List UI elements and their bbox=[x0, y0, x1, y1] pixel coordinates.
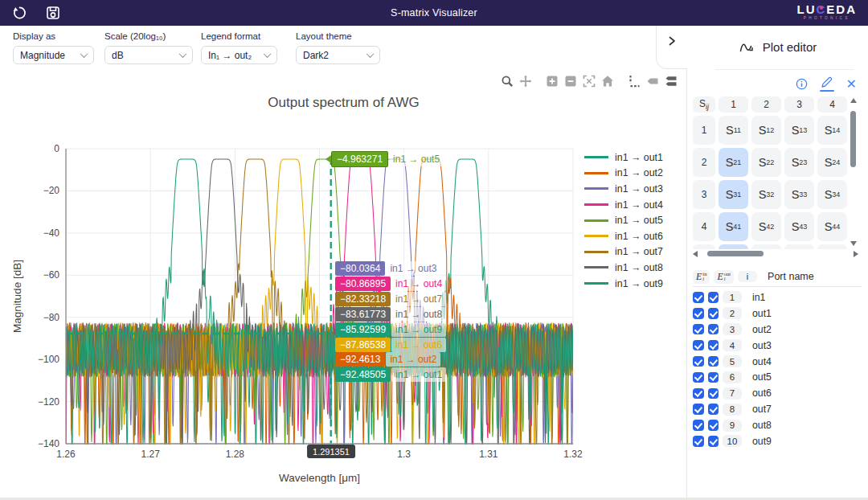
chevron-down-icon bbox=[366, 50, 375, 58]
scrollbar-thumb[interactable] bbox=[707, 251, 764, 256]
e-in-checkbox[interactable] bbox=[693, 308, 704, 319]
port-table: EiniEoutiiPort name1in12out13out24out35o… bbox=[693, 268, 862, 449]
dropdown-value: In₁ → out₂ bbox=[208, 50, 252, 61]
matrix-cell-S21[interactable]: S21 bbox=[719, 148, 748, 177]
matrix-cell-S14[interactable]: S14 bbox=[817, 116, 847, 145]
pan-icon[interactable] bbox=[519, 75, 532, 88]
e-out-checkbox[interactable] bbox=[708, 436, 719, 447]
info-icon[interactable] bbox=[796, 78, 808, 90]
zoom-out-icon[interactable] bbox=[564, 75, 577, 88]
matrix-row-header[interactable]: 4 bbox=[693, 212, 715, 241]
legend-item[interactable]: in1 → out2 bbox=[584, 166, 663, 182]
panel-divider bbox=[686, 68, 687, 498]
matrix-cell-S44[interactable]: S44 bbox=[817, 212, 847, 241]
e-out-checkbox[interactable] bbox=[708, 324, 719, 335]
e-in-checkbox[interactable] bbox=[693, 340, 704, 351]
brand-name: LUCEDA bbox=[796, 3, 857, 15]
e-out-checkbox[interactable] bbox=[708, 420, 719, 431]
matrix-row-header[interactable]: 2 bbox=[693, 148, 715, 177]
matrix-cell-S33[interactable]: S33 bbox=[784, 180, 814, 209]
matrix-cell-S42[interactable]: S42 bbox=[751, 212, 781, 241]
matrix-cell-S23[interactable]: S23 bbox=[784, 148, 814, 177]
matrix-row-header[interactable]: 1 bbox=[693, 116, 715, 145]
tooltip-trace-label: in1 → out8 bbox=[391, 307, 446, 322]
matrix-cell-S24[interactable]: S24 bbox=[817, 148, 847, 177]
matrix-row-header[interactable]: 3 bbox=[693, 180, 715, 209]
e-out-checkbox[interactable] bbox=[708, 292, 719, 303]
matrix-cell-S41[interactable]: S41 bbox=[719, 212, 748, 241]
legend-color-line bbox=[584, 251, 608, 253]
matrix-cell-S11[interactable]: S11 bbox=[719, 116, 748, 145]
matrix-col-header[interactable]: 4 bbox=[817, 96, 847, 113]
matrix-col-header[interactable]: 2 bbox=[751, 96, 781, 113]
reset-axes-icon[interactable] bbox=[601, 75, 614, 88]
close-icon[interactable]: ✕ bbox=[846, 79, 857, 90]
plot-title: Output spectrum of AWG bbox=[0, 95, 687, 111]
matrix-col-header[interactable]: 1 bbox=[719, 96, 748, 113]
legend-item[interactable]: in1 → out4 bbox=[584, 197, 663, 213]
e-in-checkbox[interactable] bbox=[693, 388, 704, 400]
trace-in1-out4 bbox=[66, 159, 573, 455]
matrix-col-header[interactable]: 3 bbox=[784, 96, 814, 113]
control-dropdown[interactable]: In₁ → out₂ bbox=[201, 46, 277, 64]
trace-in1-out5 bbox=[66, 159, 573, 457]
legend-item[interactable]: in1 → out3 bbox=[584, 181, 663, 197]
legend-item[interactable]: in1 → out7 bbox=[584, 244, 663, 260]
e-in-checkbox[interactable] bbox=[693, 372, 704, 383]
legend-item[interactable]: in1 → out6 bbox=[584, 228, 663, 244]
scroll-left-arrow-icon[interactable] bbox=[693, 251, 698, 257]
control-dropdown[interactable]: Dark2 bbox=[296, 46, 380, 64]
legend-item[interactable]: in1 → out9 bbox=[584, 276, 663, 292]
tooltip-trace-label: in1 → out3 bbox=[386, 261, 440, 276]
chevron-down-icon bbox=[179, 50, 187, 58]
matrix-vertical-scrollbar[interactable] bbox=[850, 98, 858, 246]
zoom-in-icon[interactable] bbox=[546, 75, 559, 88]
control-dropdown[interactable]: Magnitude bbox=[13, 46, 94, 64]
scrollbar-thumb[interactable] bbox=[850, 111, 856, 167]
matrix-cell-S34[interactable]: S34 bbox=[817, 180, 847, 209]
legend-item[interactable]: in1 → out1 bbox=[584, 150, 663, 166]
matrix-cell-S13[interactable]: S13 bbox=[784, 116, 814, 145]
col-header-e-in: Eini bbox=[693, 270, 710, 284]
e-in-checkbox[interactable] bbox=[693, 292, 704, 303]
e-in-checkbox[interactable] bbox=[693, 404, 704, 415]
dropdown-value: Magnitude bbox=[20, 50, 65, 61]
matrix-horizontal-scrollbar[interactable] bbox=[693, 250, 858, 258]
e-out-checkbox[interactable] bbox=[708, 388, 719, 400]
hover-closest-icon[interactable] bbox=[646, 75, 659, 88]
toggle-spikelines-icon[interactable] bbox=[628, 75, 641, 88]
control-dropdown[interactable]: dB bbox=[104, 46, 193, 64]
e-in-checkbox[interactable] bbox=[693, 436, 704, 447]
scroll-up-arrow-icon[interactable] bbox=[850, 98, 857, 103]
e-out-checkbox[interactable] bbox=[708, 356, 719, 367]
port-name: out8 bbox=[752, 420, 772, 431]
tooltip-value: −80.86895 bbox=[335, 277, 391, 291]
e-in-checkbox[interactable] bbox=[693, 420, 704, 431]
matrix-cell-S32[interactable]: S32 bbox=[751, 180, 781, 209]
e-out-checkbox[interactable] bbox=[708, 372, 719, 383]
e-out-checkbox[interactable] bbox=[708, 340, 719, 351]
e-in-checkbox[interactable] bbox=[693, 324, 704, 335]
matrix-cell-S22[interactable]: S22 bbox=[751, 148, 781, 177]
zoom-icon[interactable] bbox=[501, 75, 514, 88]
matrix-cell-S43[interactable]: S43 bbox=[784, 212, 814, 241]
e-out-checkbox[interactable] bbox=[708, 308, 719, 319]
legend-color-line bbox=[584, 156, 608, 158]
e-out-checkbox[interactable] bbox=[708, 404, 719, 415]
legend-label: in1 → out7 bbox=[615, 246, 663, 257]
e-in-checkbox[interactable] bbox=[693, 356, 704, 367]
matrix-cell-S12[interactable]: S12 bbox=[751, 116, 781, 145]
port-name: out6 bbox=[752, 387, 772, 399]
panel-collapse-button[interactable] bbox=[656, 26, 687, 69]
matrix-cell-S31[interactable]: S31 bbox=[719, 180, 748, 209]
hover-compare-icon[interactable] bbox=[665, 75, 678, 88]
edit-icon[interactable] bbox=[820, 76, 834, 92]
autoscale-icon[interactable] bbox=[583, 75, 596, 88]
legend-item[interactable]: in1 → out5 bbox=[584, 212, 663, 228]
brand-c-dot-icon: C bbox=[816, 2, 826, 16]
scroll-down-arrow-icon[interactable] bbox=[850, 241, 857, 246]
legend-item[interactable]: in1 → out8 bbox=[584, 260, 663, 276]
legend-label: in1 → out8 bbox=[615, 262, 663, 273]
scroll-right-arrow-icon[interactable] bbox=[854, 251, 858, 257]
port-name: out2 bbox=[752, 324, 772, 335]
